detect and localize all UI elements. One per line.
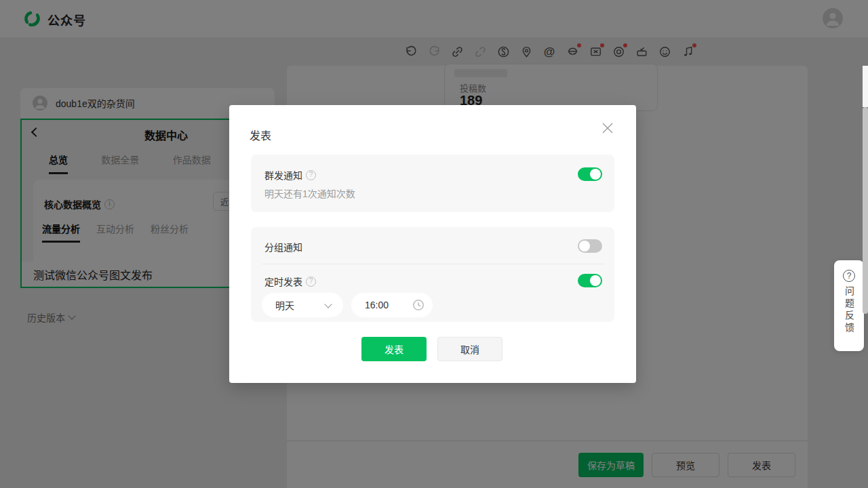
dialog-title: 发表 (250, 127, 271, 143)
group-notify-label: 分组通知 (264, 240, 302, 253)
schedule-section: 分组通知 定时发表 ? 明天 16:00 (251, 227, 614, 322)
mass-notify-label: 群发通知 ? (264, 168, 316, 182)
mass-notify-section: 群发通知 ? 明天还有1次通知次数 (251, 155, 614, 212)
feedback-button[interactable]: ? 问题反馈 (834, 260, 864, 351)
scheduled-publish-label: 定时发表 ? (264, 274, 316, 288)
publish-confirm-button[interactable]: 发表 (361, 337, 427, 361)
date-select[interactable]: 明天 (262, 293, 343, 317)
date-select-value: 明天 (275, 298, 294, 312)
help-icon[interactable]: ? (306, 170, 316, 180)
time-input[interactable]: 16:00 (351, 293, 433, 317)
mass-notify-subtitle: 明天还有1次通知次数 (264, 186, 355, 200)
close-icon[interactable] (601, 121, 614, 135)
group-notify-toggle[interactable] (578, 239, 602, 253)
clock-icon (412, 299, 425, 311)
chevron-down-icon (324, 300, 332, 308)
feedback-label: 问题反馈 (842, 286, 856, 335)
question-icon: ? (843, 270, 855, 282)
scrollbar-thumb[interactable] (863, 107, 868, 314)
publish-dialog: 发表 群发通知 ? 明天还有1次通知次数 分组通知 定时发表 ? 明天 16:0… (229, 105, 636, 383)
scrollbar-track[interactable] (863, 66, 868, 107)
mass-notify-toggle[interactable] (578, 167, 602, 181)
time-input-value: 16:00 (365, 300, 389, 310)
cancel-button[interactable]: 取消 (437, 337, 502, 361)
help-icon[interactable]: ? (306, 277, 316, 287)
scheduled-publish-toggle[interactable] (578, 274, 602, 287)
divider (262, 264, 604, 264)
